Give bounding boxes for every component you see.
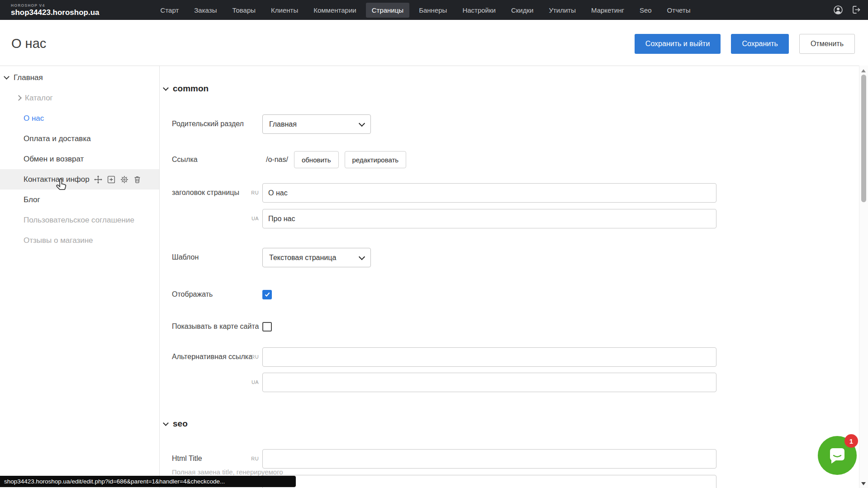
sidebar-item-label: Главная bbox=[14, 73, 43, 82]
page-header: О нас Сохранить и выйти Сохранить Отмени… bbox=[0, 20, 868, 66]
page-edit-form: common Родительский раздел Главная Ссылк… bbox=[159, 66, 859, 488]
ru-lang-tag: RU bbox=[242, 456, 259, 461]
link-edit-button[interactable]: редактировать bbox=[345, 151, 407, 168]
sitemap-row: Показывать в карте сайта bbox=[159, 322, 859, 332]
chat-notification-badge: 1 bbox=[844, 434, 858, 448]
ua-lang-tag: UA bbox=[242, 216, 259, 221]
nav-marketing[interactable]: Маркетинг bbox=[585, 3, 630, 18]
save-button[interactable]: Сохранить bbox=[731, 34, 789, 54]
link-label: Ссылка bbox=[172, 156, 198, 164]
parent-section-label: Родительский раздел bbox=[172, 120, 244, 128]
chat-widget-button[interactable]: 1 bbox=[818, 436, 857, 475]
sidebar-item-payment-delivery[interactable]: Оплата и доставка bbox=[0, 128, 159, 149]
nav-discounts[interactable]: Скидки bbox=[505, 3, 539, 18]
cancel-button[interactable]: Отменить bbox=[799, 34, 855, 54]
template-label: Шаблон bbox=[172, 253, 199, 261]
section-common[interactable]: common bbox=[164, 84, 209, 94]
ru-lang-tag: RU bbox=[242, 354, 259, 360]
nav-clients[interactable]: Клиенты bbox=[265, 3, 304, 18]
sidebar-item-about[interactable]: О нас bbox=[0, 108, 159, 128]
link-refresh-button[interactable]: обновить bbox=[294, 151, 339, 168]
trash-icon[interactable] bbox=[133, 175, 141, 183]
brand-version-label: HOROSHOP V4 bbox=[11, 4, 100, 8]
save-and-exit-button[interactable]: Сохранить и выйти bbox=[635, 34, 721, 54]
add-icon[interactable] bbox=[107, 175, 115, 184]
sidebar-item-label: Каталог bbox=[25, 94, 53, 103]
sidebar-item-label: Обмен и возврат bbox=[24, 155, 84, 164]
scrollbar-thumb[interactable] bbox=[861, 75, 866, 202]
nav-settings[interactable]: Настройки bbox=[456, 3, 502, 18]
scroll-up-arrow-icon[interactable] bbox=[861, 69, 866, 72]
alt-link-label: Альтернативная ссылка bbox=[172, 353, 252, 361]
horoshop-admin-screen: HOROSHOP V4 shop34423.horoshop.ua Старт … bbox=[0, 0, 868, 488]
page-title-ru-input[interactable] bbox=[262, 183, 716, 203]
template-row: Шаблон Текстовая страница bbox=[159, 248, 859, 267]
page-title-label: заголовок страницы bbox=[172, 189, 239, 197]
nav-start[interactable]: Старт bbox=[155, 3, 185, 18]
move-icon[interactable] bbox=[94, 175, 102, 184]
chevron-down-icon[interactable] bbox=[4, 74, 9, 80]
parent-section-select[interactable]: Главная bbox=[262, 114, 371, 134]
scroll-down-arrow-icon[interactable] bbox=[861, 482, 866, 485]
chat-bubble-icon bbox=[826, 445, 848, 467]
html-title-ru-input[interactable] bbox=[262, 449, 716, 469]
nav-pages[interactable]: Страницы bbox=[366, 3, 409, 18]
chevron-down-icon bbox=[359, 253, 365, 260]
nav-reports[interactable]: Отчеты bbox=[661, 3, 697, 18]
sidebar-item-contact-info[interactable]: Контактная инфор bbox=[0, 169, 159, 190]
sitemap-label: Показывать в карте сайта bbox=[172, 322, 259, 331]
nav-seo[interactable]: Seo bbox=[634, 3, 658, 18]
section-seo[interactable]: seo bbox=[164, 419, 188, 429]
display-label: Отображать bbox=[172, 290, 213, 298]
nav-comments[interactable]: Комментарии bbox=[308, 3, 362, 18]
header-action-buttons: Сохранить и выйти Сохранить Отменить bbox=[635, 34, 855, 54]
nav-utilities[interactable]: Утилиты bbox=[543, 3, 582, 18]
ua-lang-tag: UA bbox=[242, 379, 259, 385]
main-menu: Старт Заказы Товары Клиенты Комментарии … bbox=[155, 3, 697, 18]
alt-link-ua-input[interactable] bbox=[262, 373, 716, 392]
user-icon[interactable] bbox=[833, 5, 844, 15]
display-checkbox[interactable] bbox=[262, 290, 272, 299]
parent-section-row: Родительский раздел Главная bbox=[159, 114, 859, 134]
logout-icon[interactable] bbox=[851, 5, 862, 15]
top-navigation-bar: HOROSHOP V4 shop34423.horoshop.ua Старт … bbox=[0, 0, 868, 20]
sidebar-item-blog[interactable]: Блог bbox=[0, 190, 159, 210]
gear-icon[interactable] bbox=[120, 175, 128, 184]
template-select[interactable]: Текстовая страница bbox=[262, 248, 371, 267]
top-right-icons bbox=[833, 5, 862, 15]
page-title: О нас bbox=[11, 36, 46, 51]
sidebar-item-home[interactable]: Главная bbox=[0, 67, 159, 88]
nav-banners[interactable]: Баннеры bbox=[413, 3, 453, 18]
nav-products[interactable]: Товары bbox=[226, 3, 261, 18]
page-title-ua-input[interactable] bbox=[262, 209, 716, 228]
display-row: Отображать bbox=[159, 290, 859, 300]
section-common-label: common bbox=[173, 84, 209, 94]
chevron-down-icon bbox=[359, 120, 365, 126]
alt-link-ru-input[interactable] bbox=[262, 347, 716, 367]
nav-orders[interactable]: Заказы bbox=[188, 3, 223, 18]
pages-tree-sidebar: Главная Каталог О нас Оплата и доставка … bbox=[0, 66, 160, 488]
brand-logo[interactable]: HOROSHOP V4 shop34423.horoshop.ua bbox=[11, 4, 100, 16]
sidebar-item-user-agreement[interactable]: Пользовательское соглашение bbox=[0, 210, 159, 230]
vertical-scrollbar[interactable] bbox=[859, 66, 868, 488]
sidebar-item-label: Блог bbox=[24, 195, 40, 204]
sidebar-item-label: Отзывы о магазине bbox=[24, 236, 93, 245]
sidebar-item-label: Контактная инфор bbox=[24, 175, 90, 184]
sidebar-item-exchange-return[interactable]: Обмен и возврат bbox=[0, 149, 159, 169]
sidebar-item-store-reviews[interactable]: Отзывы о магазине bbox=[0, 230, 159, 251]
sidebar-item-label: О нас bbox=[24, 114, 44, 123]
tree-row-actions bbox=[94, 175, 141, 184]
html-title-ua-input[interactable] bbox=[262, 475, 716, 488]
parent-section-value: Главная bbox=[269, 120, 297, 128]
chevron-down-icon bbox=[163, 85, 169, 91]
brand-domain-label: shop34423.horoshop.ua bbox=[11, 9, 100, 16]
ru-lang-tag: RU bbox=[242, 190, 259, 195]
sidebar-item-catalog[interactable]: Каталог bbox=[0, 88, 159, 108]
link-row: Ссылка /o-nas/ обновить редактировать bbox=[159, 151, 859, 168]
sitemap-checkbox[interactable] bbox=[262, 322, 272, 332]
html-title-label: Html Title bbox=[172, 455, 202, 463]
chevron-down-icon bbox=[163, 420, 169, 426]
chevron-right-icon[interactable] bbox=[16, 95, 22, 101]
sidebar-item-label: Пользовательское соглашение bbox=[24, 216, 134, 225]
sidebar-item-label: Оплата и доставка bbox=[24, 134, 91, 143]
